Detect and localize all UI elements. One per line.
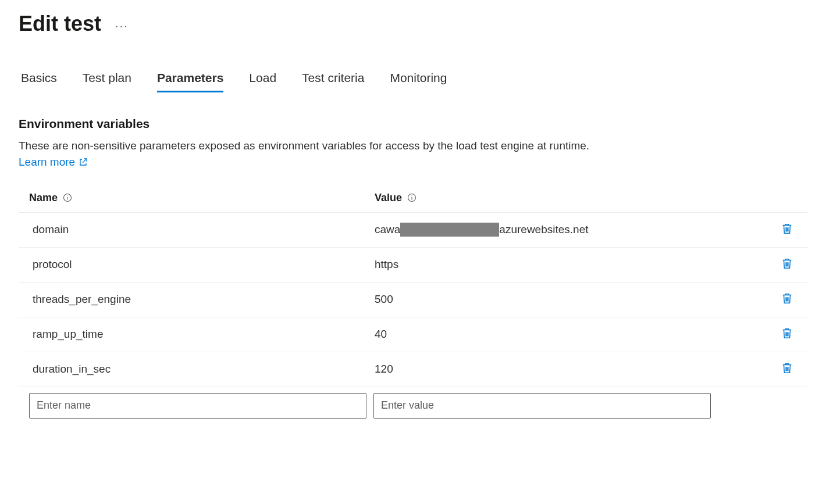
table-row: domain cawaazurewebsites.net	[19, 213, 807, 248]
row-name: duration_in_sec	[33, 363, 375, 376]
trash-icon[interactable]	[781, 222, 793, 235]
trash-icon[interactable]	[781, 292, 793, 305]
column-value-label: Value	[375, 192, 402, 204]
table-row: duration_in_sec 120	[19, 352, 807, 387]
tab-test-criteria[interactable]: Test criteria	[302, 71, 364, 92]
page-title: Edit test	[19, 12, 101, 36]
info-icon[interactable]	[407, 192, 417, 203]
tabs: Basics Test plan Parameters Load Test cr…	[19, 71, 807, 92]
trash-icon[interactable]	[781, 362, 793, 374]
value-input[interactable]	[373, 393, 711, 419]
table-row: threads_per_engine 500	[19, 283, 807, 317]
row-name: ramp_up_time	[33, 328, 375, 341]
column-name-label: Name	[29, 192, 58, 204]
trash-icon[interactable]	[781, 327, 793, 339]
tab-monitoring[interactable]: Monitoring	[390, 71, 447, 92]
tab-test-plan[interactable]: Test plan	[83, 71, 131, 92]
section-title: Environment variables	[19, 117, 807, 131]
row-value: 500	[375, 293, 767, 306]
redacted-block	[400, 223, 499, 237]
table-row: ramp_up_time 40	[19, 317, 807, 352]
learn-more-label: Learn more	[19, 156, 75, 169]
row-name: protocol	[33, 258, 375, 271]
trash-icon[interactable]	[781, 257, 793, 270]
row-value: https	[375, 258, 767, 271]
table-header: Name Value	[19, 192, 807, 213]
tab-parameters[interactable]: Parameters	[157, 71, 223, 92]
name-input[interactable]	[29, 393, 366, 419]
row-value: 40	[375, 328, 767, 341]
tab-load[interactable]: Load	[249, 71, 276, 92]
row-name: threads_per_engine	[33, 293, 375, 306]
svg-point-5	[411, 195, 412, 196]
new-row-inputs	[19, 387, 807, 419]
section-description: These are non-sensitive parameters expos…	[19, 138, 807, 155]
row-value: 120	[375, 363, 767, 376]
external-link-icon	[79, 158, 88, 167]
env-vars-table: Name Value domain cawaazure	[19, 192, 807, 419]
more-actions-icon[interactable]: ···	[115, 16, 129, 33]
table-row: protocol https	[19, 248, 807, 283]
learn-more-link[interactable]: Learn more	[19, 156, 88, 169]
tab-basics[interactable]: Basics	[21, 71, 57, 92]
row-value: cawaazurewebsites.net	[375, 223, 767, 237]
svg-point-2	[67, 195, 67, 196]
row-name: domain	[33, 223, 375, 236]
info-icon[interactable]	[62, 192, 73, 203]
